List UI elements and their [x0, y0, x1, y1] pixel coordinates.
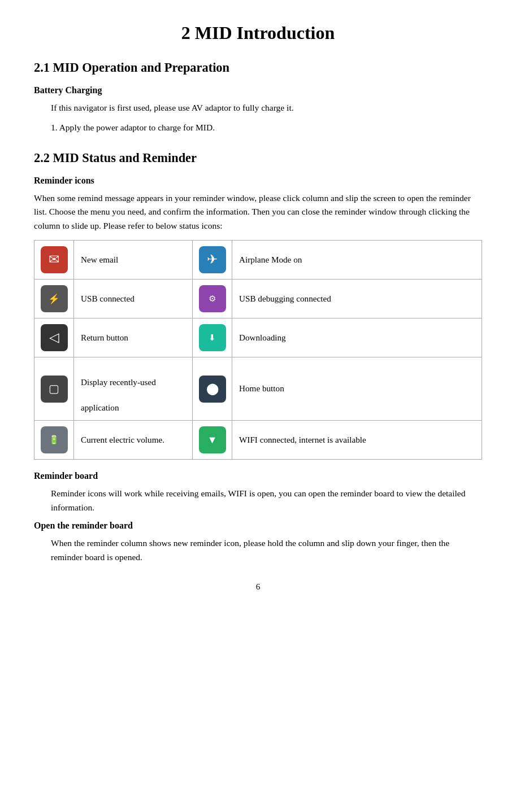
- table-row: ◁ Return button ⬇ Downloading: [34, 318, 482, 357]
- battery-label: Current electric volume.: [81, 435, 164, 444]
- table-row: 🔋 Current electric volume. ▼ WIFI connec…: [34, 421, 482, 460]
- page-number: 6: [34, 582, 482, 592]
- icon-cell: ◁: [34, 318, 74, 357]
- table-row: ✉ New email ✈ Airplane Mode on: [34, 241, 482, 280]
- section-2-1-title: 2.1 MID Operation and Preparation: [34, 60, 482, 75]
- table-row: ⚡ USB connected ⚙ USB debugging connecte…: [34, 280, 482, 318]
- airplane-mode-label: Airplane Mode on: [239, 255, 302, 264]
- reminder-board-heading: Reminder board: [34, 471, 482, 481]
- label-cell: Home button: [232, 357, 482, 421]
- return-icon: ◁: [41, 324, 68, 351]
- label-cell: Display recently-used application: [74, 357, 193, 421]
- wifi-label: WIFI connected, internet is available: [239, 435, 366, 444]
- new-email-label: New email: [81, 255, 118, 264]
- open-board-heading: Open the reminder board: [34, 521, 482, 531]
- icon-cell: 🔋: [34, 421, 74, 460]
- battery-p1: If this navigator is first used, please …: [51, 101, 482, 115]
- icon-cell: ▼: [193, 421, 232, 460]
- recent-apps-icon: ▢: [41, 376, 68, 403]
- email-icon: ✉: [41, 246, 68, 273]
- wifi-icon: ▼: [199, 426, 226, 453]
- icon-cell: ✈: [193, 241, 232, 280]
- home-button-label: Home button: [239, 383, 284, 393]
- battery-heading: Battery Charging: [34, 85, 482, 95]
- reminder-board-body: Reminder icons will work while receiving…: [51, 487, 482, 515]
- section-2-2-title: 2.2 MID Status and Reminder: [34, 151, 482, 165]
- page-title: 2 MID Introduction: [34, 23, 482, 43]
- icon-cell: ⬤: [193, 357, 232, 421]
- label-cell: WIFI connected, internet is available: [232, 421, 482, 460]
- battery-p2: 1. Apply the power adaptor to charge for…: [51, 121, 482, 135]
- downloading-label: Downloading: [239, 333, 286, 342]
- download-icon: ⬇: [199, 324, 226, 351]
- reminder-icons-body: When some remind message appears in your…: [34, 191, 482, 233]
- section-2-2: 2.2 MID Status and Reminder Reminder ico…: [34, 151, 482, 565]
- label-cell: Downloading: [232, 318, 482, 357]
- open-board-body: When the reminder column shows new remin…: [51, 536, 482, 565]
- icon-cell: ⚡: [34, 280, 74, 318]
- airplane-icon: ✈: [199, 246, 226, 273]
- icon-cell: ✉: [34, 241, 74, 280]
- status-table: ✉ New email ✈ Airplane Mode on ⚡ USB con…: [34, 240, 482, 460]
- label-cell: Current electric volume.: [74, 421, 193, 460]
- icon-cell: ▢: [34, 357, 74, 421]
- home-icon: ⬤: [199, 376, 226, 403]
- usb-icon: ⚡: [41, 285, 68, 312]
- usb-connected-label: USB connected: [81, 294, 135, 303]
- usb-debug-label: USB debugging connected: [239, 294, 331, 303]
- table-row: ▢ Display recently-used application ⬤ Ho…: [34, 357, 482, 421]
- label-cell: USB debugging connected: [232, 280, 482, 318]
- icon-cell: ⬇: [193, 318, 232, 357]
- usb-debug-icon: ⚙: [199, 285, 226, 312]
- section-2-1: 2.1 MID Operation and Preparation Batter…: [34, 60, 482, 135]
- label-cell: Return button: [74, 318, 193, 357]
- label-cell: Airplane Mode on: [232, 241, 482, 280]
- icon-cell: ⚙: [193, 280, 232, 318]
- display-recent-label: Display recently-used application: [81, 377, 156, 413]
- return-button-label: Return button: [81, 333, 128, 342]
- battery-icon: 🔋: [41, 426, 68, 453]
- reminder-icons-heading: Reminder icons: [34, 176, 482, 186]
- label-cell: USB connected: [74, 280, 193, 318]
- label-cell: New email: [74, 241, 193, 280]
